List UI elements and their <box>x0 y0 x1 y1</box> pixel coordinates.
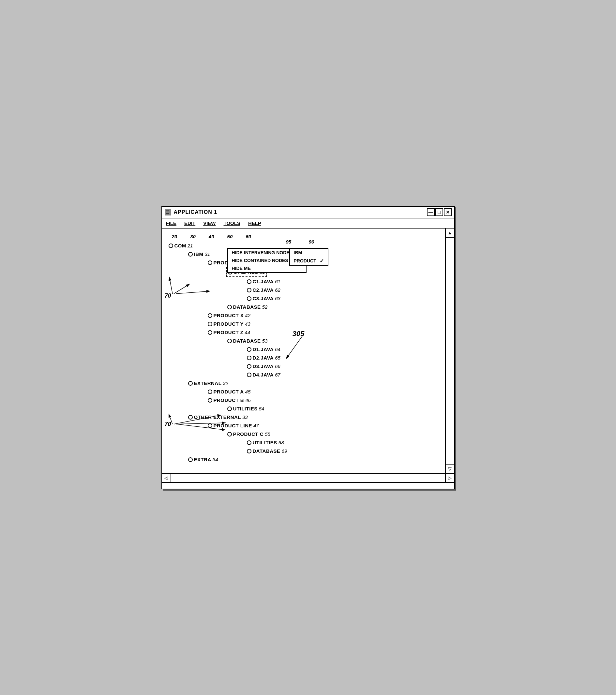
window-title: APPLICATION 1 <box>174 209 217 215</box>
menu-help[interactable]: HELP <box>244 220 265 226</box>
tree-node-product-y[interactable]: PRODUCT Y 43 <box>208 320 438 328</box>
scroll-right-button[interactable]: ▷ <box>445 474 454 482</box>
submenu-ibm[interactable]: IBM <box>290 249 328 257</box>
maximize-button[interactable]: □ <box>435 208 443 216</box>
node-circle-extra <box>188 457 193 462</box>
title-buttons: — □ ✕ <box>427 208 452 216</box>
application-window: ☰ APPLICATION 1 — □ ✕ FILE EDIT VIEW TOO… <box>162 206 455 489</box>
node-circle-database-52 <box>227 305 232 309</box>
status-bar <box>162 482 454 489</box>
node-id-c1-java: 61 <box>275 278 280 286</box>
tree-node-utilities-54[interactable]: UTILITIES 54 <box>227 405 438 413</box>
node-id-utilities-54: 54 <box>259 405 265 413</box>
scrollbar-vertical: ▲ ▽ <box>445 228 454 473</box>
node-label-c3-java: C3.JAVA <box>253 295 274 303</box>
scroll-down-button[interactable]: ▽ <box>446 464 454 473</box>
node-label-extra: EXTRA <box>194 456 211 463</box>
scroll-track-horizontal <box>171 474 445 482</box>
scroll-left-button[interactable]: ◁ <box>162 474 171 482</box>
menu-tools[interactable]: TOOLS <box>220 220 244 226</box>
node-id-product-y: 43 <box>245 320 250 328</box>
node-circle-d3-java <box>247 364 251 369</box>
node-circle-product-b <box>208 398 212 403</box>
node-id-product-z: 44 <box>245 328 250 336</box>
node-id-com: 21 <box>187 242 193 250</box>
node-id-database-52: 52 <box>262 303 268 311</box>
menu-bar: FILE EDIT VIEW TOOLS HELP <box>162 218 454 228</box>
hide-intervening-label: HIDE INTERVENING NODES <box>232 250 293 255</box>
node-id-database-53: 53 <box>262 337 268 345</box>
hide-me-label: HIDE ME <box>232 266 251 271</box>
node-label-database-52: DATABASE <box>233 303 261 311</box>
node-circle-external <box>188 381 193 386</box>
node-id-other-external: 33 <box>242 413 248 421</box>
tree-node-utilities-68[interactable]: UTILITIES 68 <box>247 439 438 446</box>
node-id-ibm: 31 <box>205 250 210 258</box>
submenu[interactable]: IBM PRODUCT ✓ <box>289 248 328 266</box>
node-label-database-69: DATABASE <box>253 447 280 455</box>
node-label-product-y: PRODUCT Y <box>214 320 244 328</box>
node-id-product-c: 55 <box>265 430 270 438</box>
content-area: 20 30 40 50 60 95 96 HIDE INTERVENING NO… <box>162 228 454 473</box>
tree-node-product-b[interactable]: PRODUCT B 46 <box>208 396 438 404</box>
node-label-utilities-54: UTILITIES <box>233 405 257 413</box>
tree-node-extra[interactable]: EXTRA 34 <box>188 456 438 463</box>
window-icon: ☰ <box>165 209 171 216</box>
node-id-c3-java: 63 <box>275 295 280 303</box>
node-id-d4-java: 67 <box>275 371 280 379</box>
tree-node-product-a[interactable]: PRODUCT A 45 <box>208 388 438 396</box>
node-label-c1-java: C1.JAVA <box>253 278 274 286</box>
tree-node-product-x[interactable]: PRODUCT X 42 <box>208 312 438 320</box>
node-label-utilities-68: UTILITIES <box>253 439 277 446</box>
tree-node-other-external[interactable]: OTHER EXTERNAL 33 <box>188 413 438 421</box>
node-label-d2-java: D2.JAVA <box>253 354 274 362</box>
tree-node-database-69[interactable]: DATABASE 69 <box>247 447 438 455</box>
ruler-30: 30 <box>190 234 196 239</box>
tree-node-c1-java[interactable]: C1.JAVA 61 <box>247 278 438 286</box>
tree-node-d3-java[interactable]: D3.JAVA 66 <box>247 362 438 370</box>
node-circle-product-y <box>208 322 212 326</box>
tree-node-d2-java[interactable]: D2.JAVA 65 <box>247 354 438 362</box>
tree-node-database-52[interactable]: DATABASE 52 <box>227 303 438 311</box>
tree-node-c3-java[interactable]: C3.JAVA 63 <box>247 295 438 303</box>
submenu-product[interactable]: PRODUCT ✓ <box>290 257 328 265</box>
menu-file[interactable]: FILE <box>165 220 181 226</box>
scroll-up-button[interactable]: ▲ <box>446 228 454 238</box>
node-id-database-69: 69 <box>282 447 287 455</box>
node-id-d3-java: 66 <box>275 362 280 370</box>
node-circle-c1-java <box>247 279 251 284</box>
tree-node-product-z[interactable]: PRODUCT Z 44 <box>208 328 438 336</box>
node-circle-com <box>169 243 173 248</box>
tree-node-product-c[interactable]: PRODUCT C 55 <box>227 430 438 438</box>
main-content: 20 30 40 50 60 95 96 HIDE INTERVENING NO… <box>162 228 445 473</box>
tree-node-d1-java[interactable]: D1.JAVA 64 <box>247 345 438 353</box>
node-label-c2-java: C2.JAVA <box>253 286 274 294</box>
node-id-product-b: 46 <box>245 396 251 404</box>
node-label-com: COM <box>174 242 186 250</box>
node-label-product-line: PRODUCT LINE <box>214 422 252 430</box>
node-circle-c2-java <box>247 288 251 292</box>
menu-view[interactable]: VIEW <box>199 220 219 226</box>
tree-node-external[interactable]: EXTERNAL 32 <box>188 379 438 387</box>
node-id-d2-java: 65 <box>275 354 280 362</box>
minimize-button[interactable]: — <box>427 208 435 216</box>
tree-node-database-53[interactable]: DATABASE 53 <box>227 337 438 345</box>
node-circle-product-a <box>208 390 212 394</box>
node-circle-ibm <box>188 252 193 257</box>
tree-node-d4-java[interactable]: D4.JAVA 67 <box>247 371 438 379</box>
tree-node-product-line[interactable]: PRODUCT LINE 47 <box>208 422 438 430</box>
node-circle-d2-java <box>247 356 251 360</box>
node-label-product-z: PRODUCT Z <box>214 328 244 336</box>
node-circle-product-w <box>208 260 212 265</box>
node-circle-product-z <box>208 330 212 335</box>
node-label-external: EXTERNAL <box>194 379 222 387</box>
scroll-track-vertical <box>446 238 454 464</box>
tree-node-c2-java[interactable]: C2.JAVA 62 <box>247 286 438 294</box>
submenu-ibm-label: IBM <box>294 250 302 255</box>
close-button[interactable]: ✕ <box>444 208 452 216</box>
menu-edit[interactable]: EDIT <box>180 220 199 226</box>
node-label-product-a: PRODUCT A <box>214 388 244 396</box>
scrollbar-horizontal: ◁ ▷ <box>162 473 454 482</box>
node-label-product-x: PRODUCT X <box>214 312 244 320</box>
node-id-product-x: 42 <box>245 312 250 320</box>
